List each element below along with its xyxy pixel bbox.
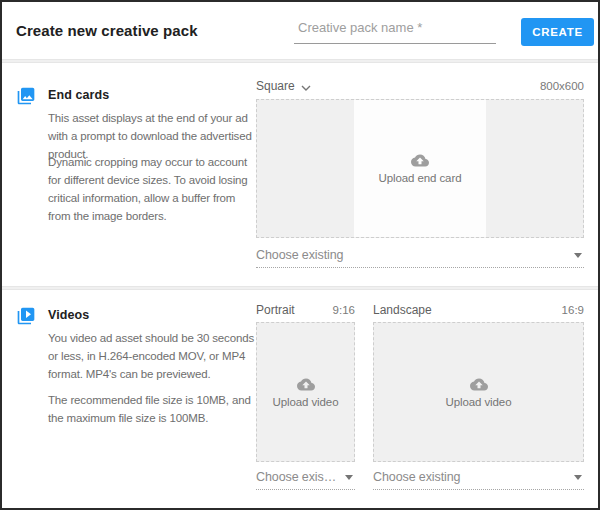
dropdown-arrow-icon (574, 253, 582, 258)
end-card-header-row: Square 800x600 (256, 78, 584, 94)
dropdown-arrow-icon (574, 475, 582, 480)
chevron-down-icon (301, 80, 311, 94)
page-title: Create new creative pack (16, 22, 198, 39)
aspect-ratio-value: Square (256, 79, 295, 93)
section-divider (2, 286, 598, 290)
choose-existing-label: Choose existing (256, 248, 568, 262)
dropdown-arrow-icon (345, 475, 353, 480)
landscape-choose-existing-dropdown[interactable]: Choose existing (373, 470, 584, 490)
portrait-choose-existing-dropdown[interactable]: Choose existing (256, 470, 355, 490)
landscape-ratio-label: 16:9 (562, 304, 584, 316)
end-card-size-label: 800x600 (540, 80, 584, 92)
videos-description-2: The recommended file size is 10MB, and t… (48, 391, 258, 427)
create-creative-pack-dialog: Create new creative pack CREATE End card… (0, 0, 600, 510)
upload-video-label: Upload video (273, 396, 339, 408)
landscape-label: Landscape (373, 303, 432, 317)
aspect-ratio-select[interactable]: Square (256, 78, 311, 94)
end-cards-section-title: End cards (48, 88, 109, 102)
upload-video-label: Upload video (446, 396, 512, 408)
videos-section-title: Videos (48, 308, 89, 322)
video-library-icon (16, 306, 36, 326)
portrait-video-upload-dropzone[interactable]: Upload video (256, 322, 355, 462)
create-button[interactable]: CREATE (521, 18, 594, 46)
section-divider (2, 59, 598, 63)
portrait-header-row: Portrait 9:16 (256, 303, 355, 317)
end-card-crop-gutter-right (486, 100, 583, 237)
upload-end-card-label: Upload end card (379, 172, 462, 184)
creative-pack-name-input[interactable] (294, 16, 496, 44)
end-card-upload-dropzone[interactable]: Upload end card (256, 99, 584, 238)
landscape-video-upload-dropzone[interactable]: Upload video (373, 322, 584, 462)
portrait-label: Portrait (256, 303, 295, 317)
end-card-crop-gutter-left (257, 100, 354, 237)
cloud-upload-icon (411, 153, 429, 167)
landscape-header-row: Landscape 16:9 (373, 303, 584, 317)
photo-library-icon (16, 86, 36, 106)
end-card-crop-area: Upload end card (354, 100, 486, 237)
cloud-upload-icon (297, 377, 315, 391)
portrait-ratio-label: 9:16 (333, 304, 355, 316)
choose-existing-label: Choose existing (256, 470, 339, 484)
videos-description-1: You video ad asset should be 30 seconds … (48, 329, 258, 383)
end-cards-description-2: Dynamic cropping may occur to account fo… (48, 153, 258, 225)
choose-existing-label: Choose existing (373, 470, 568, 484)
cloud-upload-icon (470, 377, 488, 391)
end-card-choose-existing-dropdown[interactable]: Choose existing (256, 248, 584, 268)
